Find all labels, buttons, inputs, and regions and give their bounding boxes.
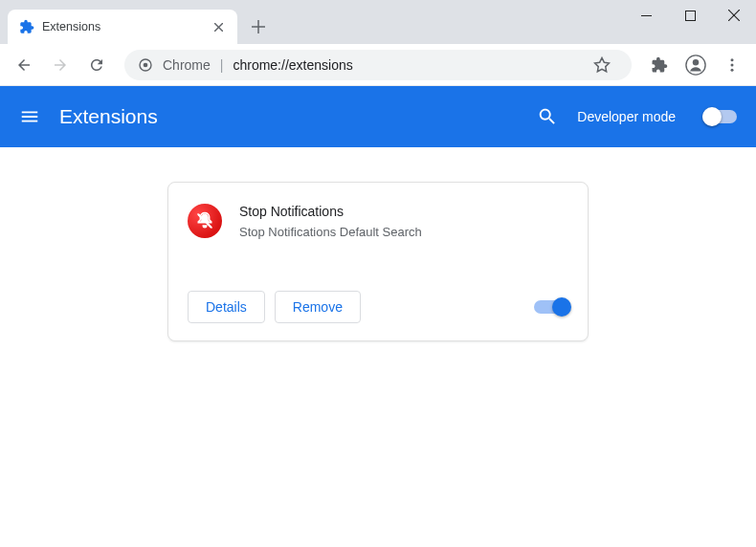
search-icon[interactable] (537, 106, 558, 127)
omnibox-prefix: Chrome (163, 57, 211, 73)
extension-name: Stop Notifications (239, 204, 568, 219)
svg-point-9 (144, 62, 148, 67)
developer-mode-label: Developer mode (577, 109, 676, 124)
extensions-header: Extensions Developer mode (0, 86, 756, 147)
remove-button[interactable]: Remove (275, 291, 361, 323)
details-button[interactable]: Details (188, 291, 265, 323)
kebab-menu-icon[interactable] (716, 49, 748, 81)
toggle-knob (552, 297, 571, 317)
svg-point-12 (731, 58, 734, 61)
omnibox-url: chrome://extensions (233, 57, 352, 73)
profile-avatar-icon[interactable] (679, 49, 712, 81)
toggle-knob (702, 107, 722, 126)
address-bar[interactable]: Chrome | chrome://extensions (124, 50, 632, 80)
new-tab-button[interactable] (245, 13, 272, 40)
extension-enable-toggle[interactable] (534, 300, 568, 314)
reload-button[interactable] (80, 49, 113, 81)
browser-tab[interactable]: Extensions (8, 10, 237, 44)
forward-button (44, 49, 77, 81)
extension-description: Stop Notifications Default Search (239, 225, 568, 239)
extension-card: Stop Notifications Stop Notifications De… (167, 182, 589, 341)
hamburger-menu-icon[interactable] (19, 106, 40, 127)
puzzle-icon (19, 19, 34, 34)
bookmark-star-icon[interactable] (586, 49, 618, 81)
tab-title: Extensions (42, 20, 203, 33)
svg-point-11 (693, 59, 699, 65)
window-controls (624, 0, 756, 31)
chrome-icon (138, 57, 153, 73)
minimize-button[interactable] (624, 0, 668, 31)
browser-toolbar: Chrome | chrome://extensions (0, 44, 756, 86)
extensions-content: Stop Notifications Stop Notifications De… (0, 147, 756, 376)
svg-point-14 (731, 68, 734, 71)
developer-mode-toggle[interactable] (702, 110, 737, 123)
extensions-puzzle-icon[interactable] (643, 49, 676, 81)
close-window-button[interactable] (712, 0, 756, 31)
extension-icon (188, 204, 222, 238)
svg-point-13 (731, 63, 734, 66)
svg-rect-1 (685, 11, 695, 20)
maximize-button[interactable] (668, 0, 712, 31)
back-button[interactable] (8, 49, 40, 81)
omnibox-separator: | (220, 57, 224, 73)
close-tab-button[interactable] (211, 19, 226, 34)
page-title: Extensions (59, 105, 158, 128)
